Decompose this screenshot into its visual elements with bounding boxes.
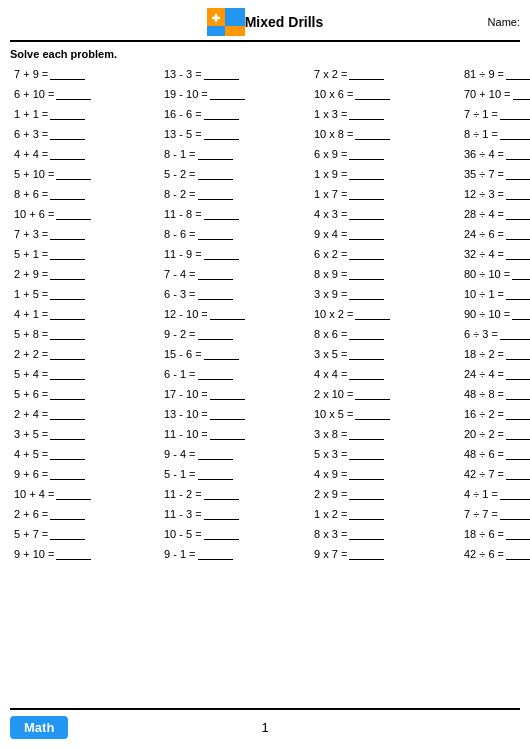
problem-text-22-3: 7 ÷ 7 =	[464, 508, 498, 520]
problems-grid: 7 + 9 =13 - 3 =7 x 2 =81 ÷ 9 =6 + 10 =19…	[10, 64, 520, 564]
answer-line-8-0	[50, 228, 85, 240]
problem-cell-10-3: 80 ÷ 10 =	[460, 264, 520, 284]
problem-text-3-3: 8 ÷ 1 =	[464, 128, 498, 140]
problem-cell-12-3: 90 ÷ 10 =	[460, 304, 520, 324]
problem-text-11-2: 3 x 9 =	[314, 288, 347, 300]
problem-cell-8-2: 9 x 4 =	[310, 224, 460, 244]
answer-line-15-0	[50, 368, 85, 380]
answer-line-23-1	[204, 528, 239, 540]
answer-line-11-0	[50, 288, 85, 300]
problem-text-4-1: 8 - 1 =	[164, 148, 196, 160]
problem-text-6-2: 1 x 7 =	[314, 188, 347, 200]
answer-line-13-3	[500, 328, 530, 340]
problem-cell-21-0: 10 + 4 =	[10, 484, 160, 504]
answer-line-6-2	[349, 188, 384, 200]
problem-cell-8-0: 7 + 3 =	[10, 224, 160, 244]
answer-line-20-2	[349, 468, 384, 480]
problem-cell-12-0: 4 + 1 =	[10, 304, 160, 324]
answer-line-19-2	[349, 448, 384, 460]
problem-cell-10-2: 8 x 9 =	[310, 264, 460, 284]
problem-text-3-2: 10 x 8 =	[314, 128, 353, 140]
problem-cell-7-0: 10 + 6 =	[10, 204, 160, 224]
problem-text-10-0: 2 + 9 =	[14, 268, 48, 280]
problem-text-15-2: 4 x 4 =	[314, 368, 347, 380]
problem-cell-2-0: 1 + 1 =	[10, 104, 160, 124]
answer-line-17-1	[210, 408, 245, 420]
answer-line-6-1	[198, 188, 233, 200]
problem-cell-9-1: 11 - 9 =	[160, 244, 310, 264]
problem-cell-19-2: 5 x 3 =	[310, 444, 460, 464]
problem-cell-20-0: 9 + 6 =	[10, 464, 160, 484]
problem-cell-4-1: 8 - 1 =	[160, 144, 310, 164]
problem-text-23-2: 8 x 3 =	[314, 528, 347, 540]
problem-cell-12-2: 10 x 2 =	[310, 304, 460, 324]
answer-line-21-2	[349, 488, 384, 500]
answer-line-8-2	[349, 228, 384, 240]
problem-text-12-2: 10 x 2 =	[314, 308, 353, 320]
answer-line-13-2	[349, 328, 384, 340]
problem-text-0-0: 7 + 9 =	[14, 68, 48, 80]
problem-cell-5-0: 5 + 10 =	[10, 164, 160, 184]
problem-text-12-0: 4 + 1 =	[14, 308, 48, 320]
footer-page: 1	[261, 720, 268, 735]
problem-text-1-2: 10 x 6 =	[314, 88, 353, 100]
problem-text-23-1: 10 - 5 =	[164, 528, 202, 540]
answer-line-18-3	[506, 428, 530, 440]
problem-cell-14-1: 15 - 6 =	[160, 344, 310, 364]
problem-text-8-0: 7 + 3 =	[14, 228, 48, 240]
answer-line-10-1	[198, 268, 233, 280]
problem-cell-23-1: 10 - 5 =	[160, 524, 310, 544]
problem-text-24-0: 9 + 10 =	[14, 548, 54, 560]
answer-line-1-2	[355, 88, 390, 100]
answer-line-14-1	[204, 348, 239, 360]
answer-line-9-2	[349, 248, 384, 260]
problem-text-12-1: 12 - 10 =	[164, 308, 208, 320]
answer-line-24-0	[56, 548, 91, 560]
problem-cell-9-2: 6 x 2 =	[310, 244, 460, 264]
problem-cell-6-3: 12 ÷ 3 =	[460, 184, 520, 204]
answer-line-5-0	[56, 168, 91, 180]
footer: Math 1	[10, 708, 520, 739]
page: Mixed Drills Name: Solve each problem. 7…	[0, 0, 530, 749]
answer-line-10-2	[349, 268, 384, 280]
problem-text-15-3: 24 ÷ 4 =	[464, 368, 504, 380]
answer-line-16-0	[50, 388, 85, 400]
problem-cell-1-1: 19 - 10 =	[160, 84, 310, 104]
answer-line-22-1	[204, 508, 239, 520]
problem-cell-17-1: 13 - 10 =	[160, 404, 310, 424]
problem-cell-5-1: 5 - 2 =	[160, 164, 310, 184]
answer-line-1-1	[210, 88, 245, 100]
answer-line-13-0	[50, 328, 85, 340]
problem-cell-3-2: 10 x 8 =	[310, 124, 460, 144]
answer-line-3-3	[500, 128, 530, 140]
answer-line-17-2	[355, 408, 390, 420]
answer-line-2-2	[349, 108, 384, 120]
problem-cell-19-0: 4 + 5 =	[10, 444, 160, 464]
answer-line-3-2	[355, 128, 390, 140]
problem-cell-8-3: 24 ÷ 6 =	[460, 224, 520, 244]
problem-cell-3-1: 13 - 5 =	[160, 124, 310, 144]
problem-text-22-1: 11 - 3 =	[164, 508, 202, 520]
answer-line-23-3	[506, 528, 530, 540]
problem-text-1-1: 19 - 10 =	[164, 88, 208, 100]
problem-text-6-1: 8 - 2 =	[164, 188, 196, 200]
answer-line-10-0	[50, 268, 85, 280]
problem-text-7-2: 4 x 3 =	[314, 208, 347, 220]
problem-text-9-3: 32 ÷ 4 =	[464, 248, 504, 260]
problem-text-21-0: 10 + 4 =	[14, 488, 54, 500]
problem-text-3-1: 13 - 5 =	[164, 128, 202, 140]
problem-cell-19-1: 9 - 4 =	[160, 444, 310, 464]
problem-cell-15-1: 6 - 1 =	[160, 364, 310, 384]
answer-line-19-3	[506, 448, 530, 460]
answer-line-17-3	[506, 408, 530, 420]
problem-text-7-0: 10 + 6 =	[14, 208, 54, 220]
problem-text-10-1: 7 - 4 =	[164, 268, 196, 280]
problem-cell-7-3: 28 ÷ 4 =	[460, 204, 520, 224]
answer-line-0-3	[506, 68, 530, 80]
footer-brand: Math	[10, 716, 68, 739]
problem-text-6-0: 8 + 6 =	[14, 188, 48, 200]
problem-text-11-3: 10 ÷ 1 =	[464, 288, 504, 300]
problem-text-13-3: 6 ÷ 3 =	[464, 328, 498, 340]
problem-cell-16-2: 2 x 10 =	[310, 384, 460, 404]
problem-cell-7-1: 11 - 8 =	[160, 204, 310, 224]
